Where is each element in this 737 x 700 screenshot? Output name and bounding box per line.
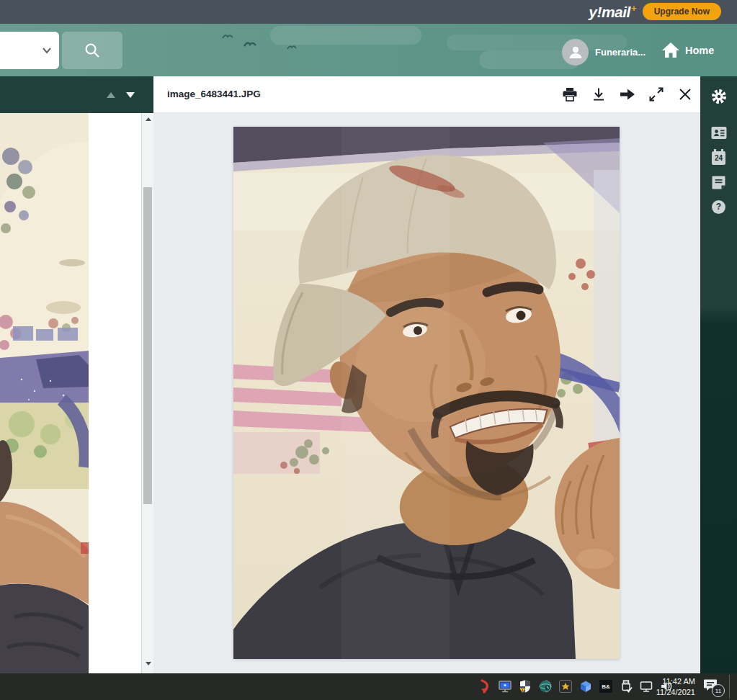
email-photo-partial <box>0 113 89 673</box>
next-message-arrow-icon[interactable] <box>126 92 135 98</box>
system-tray: B& <box>478 679 674 694</box>
previous-message-arrow-icon[interactable] <box>107 92 115 98</box>
chevron-down-icon[interactable] <box>40 44 53 57</box>
home-label: Home <box>685 45 714 56</box>
search-icon <box>83 41 102 60</box>
yahoo-mail-logo: y!mail+ <box>589 3 636 21</box>
account-name: Funeraria... <box>595 47 646 58</box>
image-filename: image_6483441.JPG <box>167 89 261 99</box>
navbar: Funeraria... Home <box>0 24 737 76</box>
action-center-button[interactable]: 11 <box>703 678 728 696</box>
close-icon <box>677 86 693 102</box>
clock-time: 11:42 AM <box>656 676 695 687</box>
notepad-button[interactable] <box>700 174 737 191</box>
calendar-icon: 24 <box>712 151 725 165</box>
account-menu[interactable]: Funeraria... <box>562 38 646 66</box>
upgrade-now-button[interactable]: Upgrade Now <box>643 3 721 20</box>
photos-app-icon[interactable] <box>558 679 573 694</box>
bird-icon <box>287 44 297 50</box>
clock-date: 11/24/2021 <box>656 687 695 698</box>
show-desktop-divider[interactable] <box>729 675 730 699</box>
viewer-body <box>153 113 700 673</box>
contacts-button[interactable] <box>700 124 737 141</box>
network-icon[interactable] <box>639 679 653 694</box>
call-app-icon[interactable] <box>478 679 492 694</box>
print-button[interactable] <box>560 85 579 104</box>
content-area: image_6483441.JPG <box>0 76 737 673</box>
viewer-header: image_6483441.JPG <box>153 76 700 113</box>
globe-app-icon[interactable] <box>538 679 553 694</box>
security-shield-icon[interactable] <box>518 679 532 694</box>
bird-icon <box>244 40 256 48</box>
scroll-up-arrow-icon[interactable] <box>142 113 154 125</box>
contacts-card-icon <box>711 126 727 140</box>
scrollbar-thumb[interactable] <box>143 187 152 504</box>
home-button[interactable]: Home <box>661 41 714 59</box>
help-icon: ? <box>712 200 725 214</box>
search-input[interactable] <box>0 32 59 69</box>
forward-arrow-icon <box>619 86 636 102</box>
download-icon <box>591 86 607 102</box>
help-button[interactable]: ? <box>700 198 737 215</box>
person-icon <box>567 43 584 60</box>
avatar <box>562 39 589 66</box>
message-background-pane <box>0 76 153 673</box>
calendar-button[interactable]: 24 <box>700 149 737 166</box>
settings-button[interactable] <box>700 86 737 107</box>
calendar-day: 24 <box>715 154 723 162</box>
logo-plus: + <box>631 3 636 14</box>
screen: y!mail+ Upgrade Now Fun <box>0 0 737 700</box>
close-button[interactable] <box>676 85 694 104</box>
logo-text: y!mail <box>589 4 630 20</box>
fullscreen-expand-icon <box>648 86 664 102</box>
photo-man-in-cap <box>233 127 620 659</box>
bird-icon <box>222 32 233 40</box>
audio-brand-label: B& <box>599 680 612 693</box>
download-button[interactable] <box>589 85 608 104</box>
usb-device-icon[interactable] <box>619 679 633 694</box>
scroll-down-arrow-icon[interactable] <box>142 658 154 670</box>
monitor-app-icon[interactable] <box>498 679 512 694</box>
taskbar-clock[interactable]: 11:42 AM 11/24/2021 <box>656 676 695 697</box>
cloud-decoration <box>270 26 421 45</box>
notification-count-badge: 11 <box>712 684 725 697</box>
windows-taskbar: B& 11:42 AM 11/24/2021 11 <box>0 673 737 700</box>
image-viewer: image_6483441.JPG <box>153 76 700 673</box>
gear-icon <box>711 89 727 104</box>
home-icon <box>661 41 680 59</box>
email-body-margin <box>89 113 141 673</box>
topbar: y!mail+ Upgrade Now <box>0 0 737 24</box>
email-scrollbar[interactable] <box>141 113 153 673</box>
search-button[interactable] <box>62 32 122 69</box>
right-sidebar: 24 ? <box>700 76 737 673</box>
print-icon <box>562 86 578 102</box>
notepad-icon <box>712 176 725 189</box>
cube-app-icon[interactable] <box>579 679 593 694</box>
audio-brand-icon[interactable]: B& <box>599 679 613 694</box>
fullscreen-button[interactable] <box>647 85 666 104</box>
viewer-toolbar <box>560 85 694 104</box>
message-nav-bar <box>0 76 153 113</box>
forward-button[interactable] <box>618 85 637 104</box>
help-glyph: ? <box>716 202 721 212</box>
